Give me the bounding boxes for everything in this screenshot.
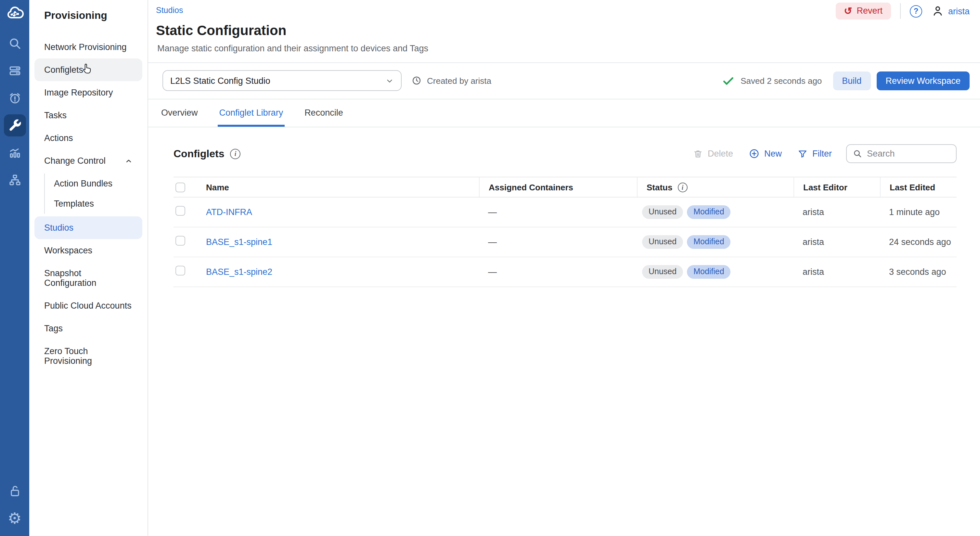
dashboards-icon[interactable] bbox=[3, 142, 25, 164]
assigned-containers-value: — bbox=[479, 267, 637, 277]
column-header-last-editor[interactable]: Last Editor bbox=[794, 177, 880, 197]
unlock-icon[interactable] bbox=[3, 480, 25, 502]
rail-bottom-group: ⚙ bbox=[3, 475, 25, 536]
sidebar-item-image-repository[interactable]: Image Repository bbox=[35, 81, 142, 104]
table-row: BASE_s1-spine1 — Unused Modified arista … bbox=[173, 227, 957, 257]
table-row: BASE_s1-spine2 — Unused Modified arista … bbox=[173, 257, 957, 287]
settings-gear-icon[interactable]: ⚙ bbox=[3, 507, 25, 530]
breadcrumb-studios-link[interactable]: Studios bbox=[156, 6, 183, 15]
last-edited-value: 24 seconds ago bbox=[880, 237, 957, 247]
configlets-table: Name Assigned Containers Status i Last E… bbox=[173, 177, 957, 287]
table-row: ATD-INFRA — Unused Modified arista 1 min… bbox=[173, 197, 957, 227]
help-icon[interactable]: ? bbox=[910, 5, 922, 17]
page-header: Studios Static Configuration Manage stat… bbox=[148, 0, 980, 63]
events-icon[interactable] bbox=[3, 87, 25, 109]
provisioning-icon[interactable] bbox=[3, 115, 25, 137]
saved-check-icon bbox=[722, 75, 734, 87]
tab-reconcile[interactable]: Reconcile bbox=[303, 99, 344, 127]
change-control-subitems: Action Bundles Templates bbox=[44, 173, 142, 214]
status-badge-modified: Modified bbox=[687, 265, 731, 279]
created-by: Created by arista bbox=[411, 75, 491, 86]
main-content: Studios Static Configuration Manage stat… bbox=[148, 0, 980, 536]
status-badges: Unused Modified bbox=[637, 235, 794, 249]
configlet-library-panel: Configlets i Delete New bbox=[148, 127, 980, 287]
header-actions: ↺ Revert ? arista bbox=[835, 3, 970, 19]
studio-bar: L2LS Static Config Studio Created by ari… bbox=[148, 63, 980, 99]
sidebar-item-tasks[interactable]: Tasks bbox=[35, 104, 142, 127]
sidebar-item-templates[interactable]: Templates bbox=[45, 194, 142, 214]
user-person-icon bbox=[931, 5, 944, 17]
select-all-checkbox[interactable] bbox=[175, 182, 185, 192]
clock-icon bbox=[411, 75, 422, 86]
sidebar-item-network-provisioning[interactable]: Network Provisioning bbox=[35, 36, 142, 59]
sidebar-title: Provisioning bbox=[35, 10, 142, 21]
column-header-status[interactable]: Status i bbox=[637, 177, 794, 197]
configlet-name-link[interactable]: ATD-INFRA bbox=[197, 207, 479, 217]
new-button[interactable]: New bbox=[749, 148, 782, 159]
configlet-name-link[interactable]: BASE_s1-spine2 bbox=[197, 267, 479, 277]
page-subtitle: Manage static configuration and their as… bbox=[157, 43, 970, 53]
sidebar-item-public-cloud-accounts[interactable]: Public Cloud Accounts bbox=[35, 294, 142, 317]
row-checkbox[interactable] bbox=[175, 236, 185, 246]
status-badges: Unused Modified bbox=[637, 205, 794, 219]
sidebar-item-action-bundles[interactable]: Action Bundles bbox=[45, 173, 142, 194]
filter-funnel-icon bbox=[797, 148, 808, 159]
search-icon bbox=[853, 149, 862, 159]
configlets-info-icon[interactable]: i bbox=[230, 148, 240, 159]
studio-select[interactable]: L2LS Static Config Studio bbox=[162, 70, 402, 91]
column-header-name[interactable]: Name bbox=[197, 177, 479, 197]
search-icon[interactable] bbox=[3, 32, 25, 54]
header-divider bbox=[900, 3, 901, 19]
configlets-heading: Configlets bbox=[173, 148, 224, 159]
row-checkbox[interactable] bbox=[175, 206, 185, 216]
search-input[interactable] bbox=[867, 149, 950, 159]
devices-icon[interactable] bbox=[3, 60, 25, 82]
column-header-last-edited[interactable]: Last Edited bbox=[880, 177, 957, 197]
user-name: arista bbox=[948, 6, 970, 16]
revert-button[interactable]: ↺ Revert bbox=[835, 3, 891, 19]
sidebar-item-studios[interactable]: Studios bbox=[35, 216, 142, 239]
chevron-up-icon bbox=[125, 157, 132, 165]
filter-button[interactable]: Filter bbox=[797, 148, 832, 159]
status-badge-modified: Modified bbox=[687, 235, 731, 249]
page-title: Static Configuration bbox=[156, 23, 970, 38]
status-badge-unused: Unused bbox=[642, 265, 683, 279]
configlets-header-row: Configlets i Delete New bbox=[173, 144, 957, 163]
sidebar-item-configlets[interactable]: Configlets bbox=[35, 59, 142, 81]
status-info-icon[interactable]: i bbox=[678, 182, 687, 192]
chevron-down-icon bbox=[385, 76, 394, 85]
last-editor-value: arista bbox=[794, 207, 880, 217]
row-checkbox[interactable] bbox=[175, 266, 185, 275]
user-menu[interactable]: arista bbox=[931, 5, 970, 17]
revert-arrow-icon: ↺ bbox=[844, 6, 852, 16]
studio-bar-actions: Saved 2 seconds ago Build Review Workspa… bbox=[722, 71, 970, 90]
delete-button[interactable]: Delete bbox=[693, 148, 733, 159]
studio-tabs: Overview Configlet Library Reconcile bbox=[148, 99, 980, 127]
search-box bbox=[846, 144, 957, 163]
sidebar-item-tags[interactable]: Tags bbox=[35, 317, 142, 340]
sidebar-item-workspaces[interactable]: Workspaces bbox=[35, 239, 142, 262]
status-badge-unused: Unused bbox=[642, 205, 683, 219]
mouse-cursor-hand-icon bbox=[80, 62, 94, 75]
last-editor-value: arista bbox=[794, 237, 880, 247]
build-button[interactable]: Build bbox=[833, 71, 870, 90]
sidebar-item-change-control[interactable]: Change Control bbox=[35, 150, 142, 172]
sidebar-item-snapshot-configuration[interactable]: Snapshot Configuration bbox=[35, 262, 142, 294]
cloudvision-logo-icon[interactable] bbox=[0, 0, 29, 27]
status-badges: Unused Modified bbox=[637, 265, 794, 279]
app-icon-rail: ⚙ bbox=[0, 0, 29, 536]
tab-overview[interactable]: Overview bbox=[160, 99, 199, 127]
sidebar-item-actions[interactable]: Actions bbox=[35, 127, 142, 150]
last-editor-value: arista bbox=[794, 267, 880, 277]
table-header-row: Name Assigned Containers Status i Last E… bbox=[173, 177, 957, 197]
column-header-assigned-containers[interactable]: Assigned Containers bbox=[479, 177, 637, 197]
sidebar-nav: Network Provisioning Configlets Image Re… bbox=[35, 36, 142, 372]
status-badge-modified: Modified bbox=[687, 205, 731, 219]
last-edited-value: 3 seconds ago bbox=[880, 267, 957, 277]
sidebar-item-zero-touch-provisioning[interactable]: Zero Touch Provisioning bbox=[35, 340, 142, 372]
topology-icon[interactable] bbox=[3, 169, 25, 191]
review-workspace-button[interactable]: Review Workspace bbox=[877, 71, 970, 90]
assigned-containers-value: — bbox=[479, 237, 637, 247]
tab-configlet-library[interactable]: Configlet Library bbox=[218, 99, 285, 127]
configlet-name-link[interactable]: BASE_s1-spine1 bbox=[197, 237, 479, 247]
